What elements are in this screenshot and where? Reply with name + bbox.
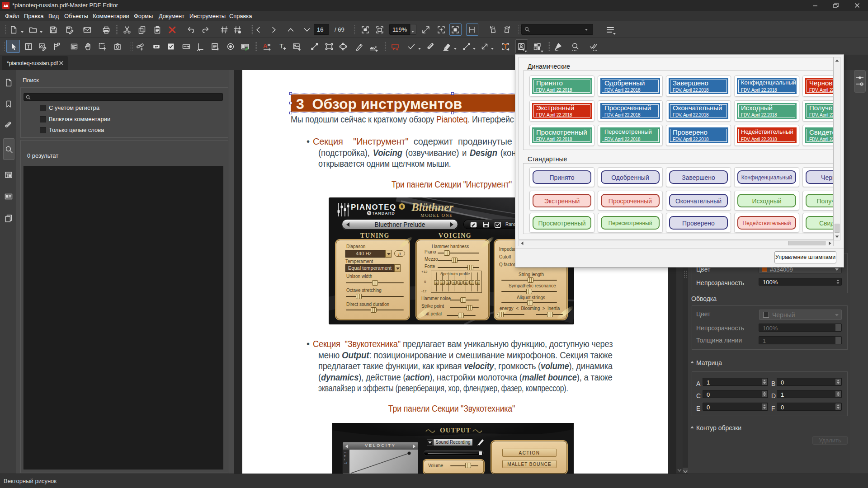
svg-text:T: T bbox=[504, 43, 508, 50]
svg-text:T: T bbox=[279, 42, 283, 50]
svg-text:A: A bbox=[263, 42, 268, 49]
svg-text:S: S bbox=[368, 211, 371, 215]
